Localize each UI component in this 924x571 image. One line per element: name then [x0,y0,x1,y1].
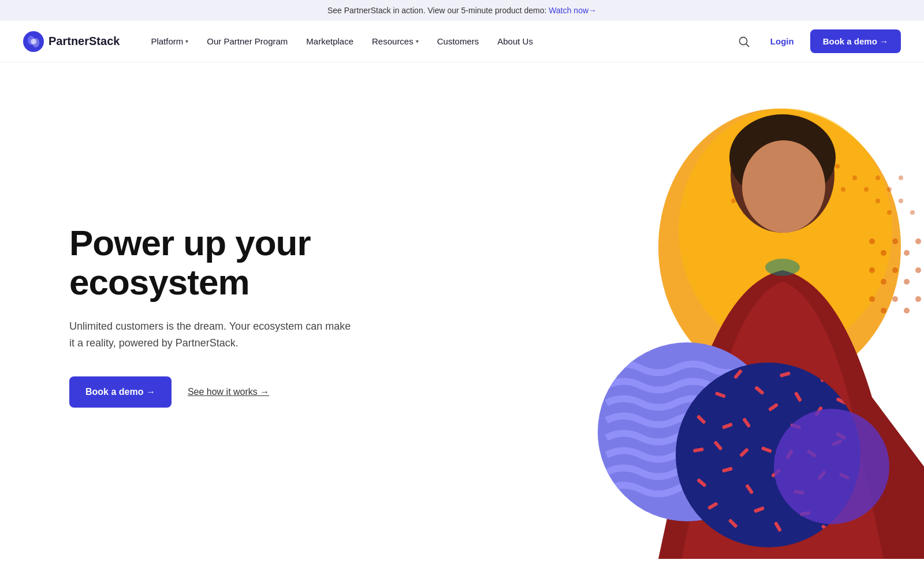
hero-subtitle: Unlimited customers is the dream. Your e… [69,318,358,352]
hero-svg [531,62,924,559]
svg-point-41 [899,199,903,203]
nav-item-partner-program[interactable]: Our Partner Program [199,32,296,51]
hero-section: Power up your ecosystem Unlimited custom… [0,62,924,569]
nav-item-marketplace[interactable]: Marketplace [298,32,362,51]
nav-item-about-us[interactable]: About Us [489,32,541,51]
svg-point-94 [881,279,886,285]
nav-actions: Login Book a demo → [733,29,901,53]
logo-text: PartnerStack [49,35,120,48]
logo-icon [23,31,44,52]
hero-cta: Book a demo → See how it works → [69,376,393,408]
svg-point-101 [904,308,910,314]
book-demo-hero-button[interactable]: Book a demo → [69,376,172,408]
svg-point-87 [774,409,889,524]
svg-point-97 [915,267,921,273]
login-button[interactable]: Login [763,32,801,51]
search-button[interactable] [733,31,754,52]
svg-point-95 [892,267,898,273]
svg-point-96 [904,279,910,285]
nav-item-platform[interactable]: Platform ▾ [143,32,196,51]
svg-point-89 [881,250,886,256]
hero-illustration [531,62,924,569]
svg-point-29 [864,187,869,192]
svg-point-40 [887,210,892,215]
search-icon [738,36,750,47]
svg-point-98 [869,296,875,302]
svg-point-27 [841,187,845,192]
platform-chevron-icon: ▾ [185,38,188,44]
watch-now-link[interactable]: Watch now→ [549,6,597,15]
svg-point-30 [875,176,880,180]
navigation: PartnerStack Platform ▾ Our Partner Prog… [0,21,924,62]
svg-point-28 [852,176,857,180]
svg-point-39 [875,199,880,203]
top-banner: See PartnerStack in action. View our 5-m… [0,0,924,21]
logo-link[interactable]: PartnerStack [23,31,120,52]
svg-line-5 [746,44,749,47]
svg-point-46 [765,259,800,276]
svg-point-42 [910,210,915,215]
hero-title: Power up your ecosystem [69,223,393,302]
svg-point-32 [899,176,903,180]
hero-content: Power up your ecosystem Unlimited custom… [69,223,393,408]
svg-point-45 [742,140,825,233]
see-how-link[interactable]: See how it works → [188,387,269,397]
svg-point-100 [892,296,898,302]
svg-point-31 [887,187,892,192]
svg-point-17 [835,164,840,169]
nav-item-customers[interactable]: Customers [429,32,487,51]
resources-chevron-icon: ▾ [416,38,419,44]
nav-item-resources[interactable]: Resources ▾ [364,32,427,51]
svg-point-33 [731,199,736,203]
svg-point-90 [892,238,898,244]
svg-point-3 [31,39,36,44]
svg-point-91 [904,250,910,256]
nav-links: Platform ▾ Our Partner Program Marketpla… [143,32,733,51]
svg-point-102 [915,296,921,302]
svg-point-93 [869,267,875,273]
svg-point-99 [881,308,886,314]
svg-point-92 [915,238,921,244]
svg-point-88 [869,238,875,244]
banner-text: See PartnerStack in action. View our 5-m… [327,6,547,15]
book-demo-nav-button[interactable]: Book a demo → [810,29,901,53]
